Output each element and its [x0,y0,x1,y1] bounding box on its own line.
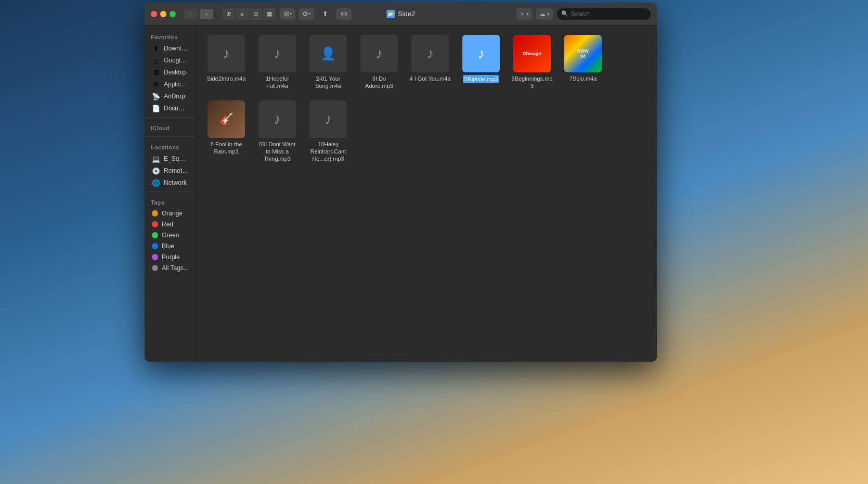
close-button[interactable] [151,11,157,17]
all-tags-dot [152,265,158,271]
sidebar-item-blue-label: Blue [162,243,174,250]
file-icon: Chicago [513,35,551,72]
music-note-icon: ♪ [223,45,230,62]
sidebar-item-google-drive-label: Google Dr... [164,57,189,64]
cloud-chevron-icon: ▾ [547,11,550,17]
gallery-view-button[interactable]: ▦ [263,8,276,20]
sidebar-item-network[interactable]: 🌐 Network [147,177,194,188]
sidebar-item-all-tags[interactable]: All Tags... [147,263,194,273]
dropbox-button[interactable]: ✦ ▾ [516,8,532,20]
e-square-icon: 💻 [152,155,160,163]
sidebar-item-orange[interactable]: Orange [147,208,194,219]
icon-view-button[interactable]: ⊞ [222,8,236,20]
view-mode-group: ⊞ ≡ ⊟ ▦ [222,8,277,20]
sidebar-item-green-label: Green [162,232,179,239]
search-icon: 🔍 [561,10,568,17]
sidebar: Favorites ⬇ Downloads △ Google Dr... 🖥 D… [145,26,197,362]
sidebar-item-all-tags-label: All Tags... [162,264,189,272]
file-item[interactable]: 🎸 8 Fool in the Rain.mp3 [203,97,250,166]
file-icon: ♪ [258,100,296,138]
airdrop-icon: 📡 [152,92,160,100]
sidebar-item-remote-di-label: Remote Di... [164,167,189,174]
dropbox-icon: ✦ [520,10,525,18]
icloud-button[interactable]: ☁ ▾ [536,8,553,20]
sidebar-item-documents-label: Documents [164,105,189,112]
sidebar-item-purple[interactable]: Purple [147,252,194,262]
music-note-icon: ♪ [325,111,332,128]
chevron-down-small-icon: ▾ [308,11,310,16]
sidebar-item-downloads[interactable]: ⬇ Downloads [147,43,194,54]
favorites-label: Favorites [145,30,196,42]
search-input[interactable] [571,10,646,18]
music-note-icon: ♪ [477,45,485,62]
column-view-button[interactable]: ⊟ [249,8,263,20]
tag-button[interactable]: 🏷 [336,8,352,20]
sidebar-item-desktop[interactable]: 🖥 Desktop [147,67,194,78]
google-drive-icon: △ [152,56,160,65]
file-item[interactable]: ♪ 1Hopeful Full.m4a [254,32,301,93]
gear-icon: ⚙ [302,10,308,18]
view-options-button[interactable]: ⊞ ▾ [280,8,295,20]
sidebar-item-google-drive[interactable]: △ Google Dr... [147,55,194,66]
sidebar-item-blue[interactable]: Blue [147,241,194,251]
title-bar: ‹ › ⊞ ≡ ⊟ ▦ [145,3,657,26]
forward-button[interactable]: › [200,9,213,19]
folder-icon: 📁 [386,10,395,18]
sidebar-item-downloads-label: Downloads [164,45,189,52]
file-name: 8 Fool in the Rain.mp3 [205,141,248,156]
file-item[interactable]: ♪ 10Haley Reinhart-Cant He...er).mp3 [305,97,352,166]
grid-icon: ⊞ [226,10,231,17]
dropbox-chevron-icon: ▾ [526,11,529,17]
maximize-button[interactable] [170,11,176,17]
back-button[interactable]: ‹ [184,9,198,19]
file-icon: NOW34 [564,35,602,72]
sidebar-item-red[interactable]: Red [147,219,194,230]
file-icon: ♪ [462,35,500,72]
sidebar-item-applications[interactable]: ⚙ Applicatio... [147,79,194,90]
file-item[interactable]: ♪ 3I Do Adore.mp3 [356,32,403,93]
file-item-selected[interactable]: ♪ 5Riptide.mp3 [458,32,504,93]
locations-label: Locations [145,140,196,152]
tags-label: Tags [145,195,196,208]
file-icon: ♪ [360,35,398,72]
music-note-icon: ♪ [375,45,383,62]
share-icon: ⬆ [322,10,328,18]
network-icon: 🌐 [152,179,160,187]
now34-album-art: NOW34 [564,35,602,72]
share-button[interactable]: ⬆ [317,8,333,20]
blue-tag-dot [152,243,158,249]
file-item[interactable]: Chicago 6Beginnings.mp3 [509,32,555,93]
sidebar-item-documents[interactable]: 📄 Documents [147,103,194,114]
minimize-button[interactable] [160,11,166,17]
toolbar-center: ⊞ ≡ ⊟ ▦ ⊞ ▾ ⚙ ▾ ⬆ [222,8,352,20]
green-tag-dot [152,232,158,238]
sidebar-item-red-label: Red [162,221,173,228]
chevron-right-icon: › [205,10,208,18]
file-name: Side2Intro.m4a [207,75,246,82]
sidebar-item-remote-di[interactable]: 💿 Remote Di... [147,165,194,176]
file-item[interactable]: ♪ Side2Intro.m4a [203,32,250,93]
list-view-button[interactable]: ≡ [236,8,249,20]
file-item[interactable]: ♪ 09I Dont Want to Miss a Thing.mp3 [254,97,301,166]
file-item[interactable]: NOW34 7Solo.m4a [560,32,606,93]
file-icon: 👤 [309,35,347,72]
file-item[interactable]: ♪ 4 I Got You.m4a [407,32,454,93]
icloud-label: iCloud [145,121,196,133]
sidebar-item-purple-label: Purple [162,253,180,261]
file-name: 10Haley Reinhart-Cant He...er).mp3 [307,141,349,163]
action-button[interactable]: ⚙ ▾ [299,8,314,20]
file-item[interactable]: 👤 2-01 Your Song.m4a [305,32,352,93]
sidebar-item-desktop-label: Desktop [164,69,187,76]
file-grid: ♪ Side2Intro.m4a ♪ 1Hopeful Full.m4a 👤 [203,32,651,165]
orange-tag-dot [152,210,158,216]
file-icon: 🎸 [208,100,245,138]
sidebar-item-e-square[interactable]: 💻 E_Square... [147,153,194,164]
sidebar-item-airdrop[interactable]: 📡 AirDrop [147,91,194,102]
search-bar[interactable]: 🔍 [557,8,651,20]
columns-icon: ⊟ [253,10,258,17]
file-name: 3I Do Adore.mp3 [358,75,400,90]
sidebar-item-green[interactable]: Green [147,230,194,240]
file-icon: ♪ [258,35,296,72]
file-name: 4 I Got You.m4a [410,75,451,82]
gallery-icon: ▦ [267,10,272,17]
